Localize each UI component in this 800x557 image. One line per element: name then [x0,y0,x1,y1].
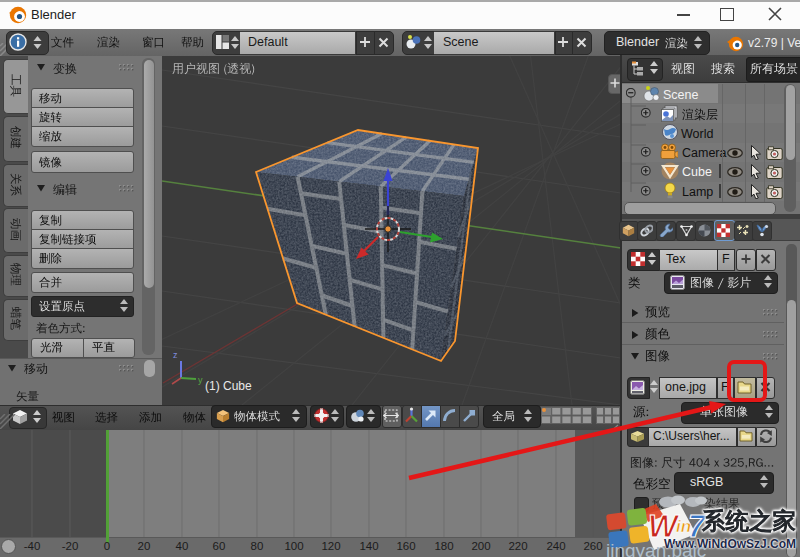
svg-text:z: z [173,350,178,360]
svg-text:y: y [198,375,203,385]
